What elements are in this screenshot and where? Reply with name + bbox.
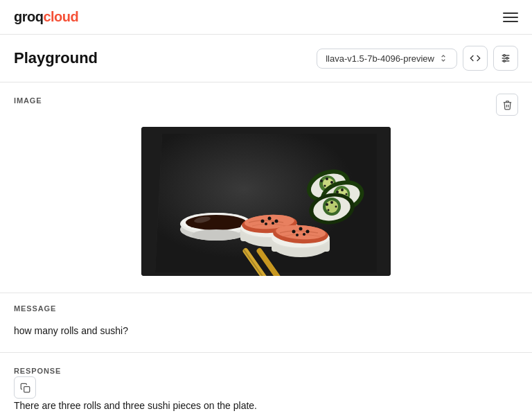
chevron-updown-icon [438, 53, 448, 63]
svg-point-14 [192, 229, 240, 241]
model-selector-value: llava-v1.5-7b-4096-preview [326, 53, 434, 64]
svg-point-43 [261, 220, 265, 223]
image-label: IMAGE [14, 96, 42, 105]
nav-bar: groqcloud [0, 0, 532, 35]
svg-point-47 [272, 222, 274, 225]
sushi-image [141, 127, 391, 276]
svg-point-34 [326, 203, 328, 206]
svg-point-53 [292, 230, 296, 234]
svg-point-56 [296, 234, 299, 236]
image-section: IMAGE [0, 82, 532, 293]
svg-point-35 [330, 201, 333, 204]
copy-icon [20, 383, 30, 393]
code-icon [470, 53, 481, 64]
svg-rect-61 [24, 386, 29, 392]
svg-point-20 [326, 177, 328, 180]
svg-point-5 [504, 60, 506, 62]
logo-cloud: cloud [43, 9, 78, 24]
response-text: There are three rolls and three sushi pi… [14, 399, 518, 413]
svg-point-22 [324, 185, 326, 187]
message-label: MESSAGE [14, 304, 518, 313]
svg-point-19 [320, 180, 323, 182]
svg-point-3 [504, 55, 506, 57]
response-label: RESPONSE [14, 367, 61, 375]
svg-point-54 [299, 227, 303, 231]
page-title: Playground [14, 49, 98, 67]
message-section: MESSAGE how many rolls and sushi? [0, 293, 532, 353]
image-section-header: IMAGE [14, 94, 518, 116]
svg-point-4 [506, 58, 508, 60]
image-container [14, 124, 518, 281]
copy-response-button[interactable] [14, 376, 36, 399]
header-controls: llava-v1.5-7b-4096-preview [317, 46, 518, 71]
logo: groqcloud [14, 9, 78, 25]
message-text: how many rolls and sushi? [14, 321, 518, 341]
svg-point-27 [336, 191, 339, 193]
filter-button[interactable] [493, 46, 518, 71]
svg-point-28 [341, 189, 344, 191]
logo-groq: groq [14, 9, 43, 24]
svg-point-45 [275, 220, 278, 223]
hamburger-icon[interactable] [503, 12, 518, 22]
svg-point-55 [306, 230, 310, 234]
code-button[interactable] [463, 46, 488, 71]
svg-point-12 [186, 215, 247, 230]
svg-point-21 [330, 181, 333, 184]
svg-point-36 [335, 206, 337, 208]
svg-point-29 [346, 193, 348, 195]
svg-point-57 [303, 233, 305, 236]
trash-icon [502, 100, 513, 110]
delete-image-button[interactable] [496, 94, 518, 116]
response-section-header: RESPONSE [14, 364, 518, 399]
response-section: RESPONSE There are three rolls and three… [0, 353, 532, 418]
main-content: IMAGE [0, 82, 532, 418]
svg-point-46 [265, 223, 267, 225]
svg-point-37 [328, 209, 330, 211]
sliders-icon [500, 53, 511, 64]
sushi-svg [141, 127, 391, 276]
model-selector[interactable]: llava-v1.5-7b-4096-preview [317, 49, 457, 69]
page-header: Playground llava-v1.5-7b-4096-preview [0, 35, 532, 82]
svg-point-44 [268, 217, 272, 220]
